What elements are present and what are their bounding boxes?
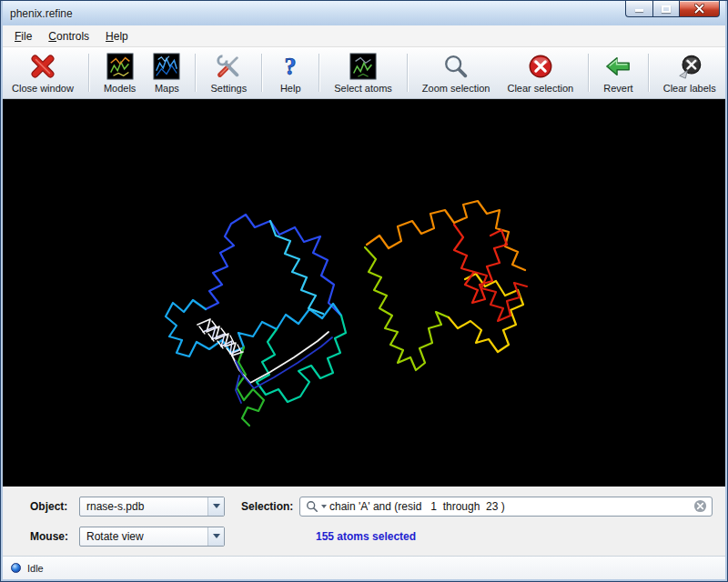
- mouse-dropdown-value: Rotate view: [86, 530, 144, 543]
- control-panel: Object: rnase-s.pdb Selection: Mous: [3, 487, 725, 556]
- menu-controls[interactable]: Controls: [40, 25, 97, 46]
- close-icon: [694, 4, 704, 14]
- toolbar-separator: [88, 54, 89, 92]
- caption-buttons: [625, 1, 720, 17]
- toolbar-label: Revert: [603, 83, 632, 94]
- toolbar-button-select-atoms[interactable]: Select atoms: [330, 49, 396, 96]
- toolbar-button-close-window[interactable]: Close window: [8, 49, 77, 96]
- toolbar-separator: [407, 54, 408, 92]
- status-text: Idle: [27, 563, 44, 574]
- clear-selection-icon: [527, 51, 554, 82]
- selection-field[interactable]: [299, 497, 713, 517]
- toolbar-button-maps[interactable]: Maps: [149, 49, 184, 96]
- toolbar-label: Select atoms: [334, 83, 392, 94]
- select-atoms-icon: [349, 51, 377, 82]
- toolbar-button-settings[interactable]: Settings: [207, 49, 250, 96]
- svg-text:?: ?: [285, 54, 297, 80]
- window-title: phenix.refine: [10, 7, 73, 20]
- minimize-button[interactable]: [625, 1, 652, 17]
- help-icon: ?: [277, 51, 304, 82]
- minimize-icon: [635, 9, 643, 12]
- toolbar-button-models[interactable]: Models: [100, 49, 139, 96]
- selection-input[interactable]: [329, 500, 691, 513]
- toolbar-separator: [195, 54, 196, 92]
- toolbar-label: Close window: [12, 83, 74, 94]
- menu-help[interactable]: Help: [97, 25, 136, 46]
- toolbar-button-revert[interactable]: Revert: [600, 49, 636, 96]
- clear-labels-icon: [676, 51, 703, 82]
- menu-file[interactable]: File: [6, 25, 40, 46]
- toolbar-button-clear-selection[interactable]: Clear selection: [503, 49, 577, 96]
- toolbar-label: Models: [104, 83, 136, 94]
- toolbar-button-zoom-selection[interactable]: Zoom selection: [419, 49, 494, 96]
- app-window: phenix.refine File Controls Help: [0, 0, 728, 582]
- toolbar: Close window Models: [3, 47, 725, 99]
- object-dropdown[interactable]: rnase-s.pdb: [79, 497, 225, 517]
- status-led-icon: [11, 563, 21, 573]
- toolbar-label: Help: [280, 83, 301, 94]
- mouse-dropdown[interactable]: Rotate view: [79, 527, 225, 547]
- toolbar-label: Zoom selection: [422, 83, 490, 94]
- toolbar-label: Settings: [210, 83, 247, 94]
- mouse-label: Mouse:: [30, 530, 79, 543]
- toolbar-button-clear-labels[interactable]: Clear labels: [660, 49, 720, 96]
- search-icon[interactable]: [306, 500, 318, 513]
- toolbar-label: Clear labels: [663, 83, 716, 94]
- title-bar[interactable]: phenix.refine: [3, 1, 725, 25]
- molecule-render: [3, 99, 725, 487]
- toolbar-label: Clear selection: [507, 83, 573, 94]
- selection-label: Selection:: [225, 500, 299, 513]
- maximize-icon: [662, 5, 671, 13]
- toolbar-separator: [261, 54, 262, 92]
- close-button[interactable]: [679, 1, 720, 17]
- object-label: Object:: [30, 500, 79, 513]
- maximize-button[interactable]: [652, 1, 679, 17]
- mouse-row: Mouse: Rotate view 155 atoms selected: [3, 524, 725, 549]
- search-options-caret-icon[interactable]: [321, 505, 327, 508]
- chevron-down-icon[interactable]: [207, 527, 224, 546]
- zoom-selection-icon: [442, 51, 470, 82]
- toolbar-button-help[interactable]: ? Help: [273, 49, 308, 96]
- chevron-down-icon[interactable]: [207, 497, 224, 516]
- revert-icon: [604, 51, 632, 82]
- toolbar-separator: [318, 54, 319, 92]
- toolbar-separator: [648, 54, 649, 92]
- clear-field-icon[interactable]: [693, 499, 707, 513]
- atoms-selected-text: 155 atoms selected: [316, 530, 416, 543]
- menu-bar: File Controls Help: [3, 25, 725, 47]
- maps-icon: [153, 51, 180, 82]
- settings-icon: [215, 51, 242, 82]
- status-bar: Idle: [3, 556, 725, 579]
- object-row: Object: rnase-s.pdb Selection:: [3, 494, 725, 519]
- toolbar-label: Maps: [155, 83, 179, 94]
- object-dropdown-value: rnase-s.pdb: [86, 500, 144, 513]
- viewport[interactable]: [3, 99, 725, 487]
- toolbar-separator: [588, 54, 589, 92]
- close-window-icon: [29, 51, 56, 82]
- models-icon: [106, 51, 134, 82]
